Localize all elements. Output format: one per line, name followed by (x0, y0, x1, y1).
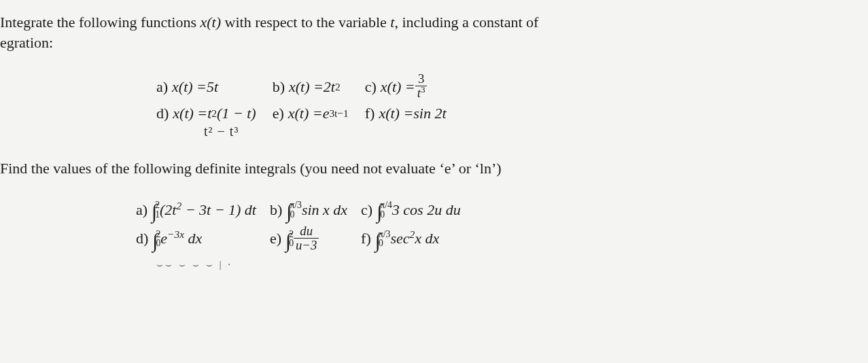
q1-a-label: a) (156, 78, 168, 96)
bottom-scribble: ⌣⌣ ⌣ ⌣ ⌣ | · (156, 258, 854, 271)
q1-intro-b: with respect to the variable (221, 14, 390, 31)
q1-c-label: c) (365, 78, 377, 96)
q2-item-e: e) ∫ 2 0 du u−3 (270, 225, 347, 252)
q2-d-body: e−3x dx (160, 230, 202, 247)
q2-e-frac: du u−3 (294, 224, 319, 252)
q1-item-f: f) x(t) = sin 2t (365, 105, 447, 122)
q1-d-tail: (1 − t) (217, 105, 256, 122)
q2-c-label: c) (361, 201, 372, 219)
q1-intro-fn: x(t) (200, 14, 221, 31)
q1-grid: a) x(t) = 5t b) x(t) = 2t2 c) x(t) = 3 t… (156, 73, 854, 122)
integral-icon: ∫ (375, 230, 381, 252)
q2-item-f: f) ∫ π/3 0 sec2x dx (361, 225, 461, 252)
q2-c-body: 3 cos 2u du (392, 201, 461, 219)
q1-b-label: b) (273, 78, 285, 96)
q1-item-d: d) x(t) = t2(1 − t) (156, 105, 256, 122)
q2-e-label: e) (270, 230, 281, 247)
q1-d-label: d) (156, 105, 169, 122)
q1-a-rhs: 5t (207, 78, 218, 96)
integral-icon: ∫ (285, 230, 291, 252)
q2-intro: Find the values of the following definit… (0, 158, 854, 179)
q1-item-e: e) x(t) = e3t−1 (273, 105, 349, 122)
q2-grid: a) ∫ 2 1 (2t2 − 3t − 1) dt b) ∫ π/3 0 si… (136, 198, 854, 252)
q1-b-base: 2t (324, 78, 335, 96)
q2-item-d: d) ∫ 2 0 e−3x dx (136, 225, 256, 252)
integral-icon: ∫ (152, 230, 158, 252)
q1-e-label: e) (273, 105, 284, 122)
q2-a-body: (2t2 − 3t − 1) dt (160, 201, 256, 219)
q1-intro: Integrate the following functions x(t) w… (0, 12, 854, 52)
q1-item-c: c) x(t) = 3 t3 (365, 73, 447, 100)
q1-f-rhs: sin 2t (413, 105, 446, 122)
q2-a-label: a) (136, 201, 147, 219)
q1-intro-a: Integrate the following functions (0, 14, 200, 31)
q1-e-lhs: x(t) = (288, 105, 323, 122)
q1-intro-d: egration: (0, 34, 53, 51)
q1-intro-c: , including a constant of (394, 14, 538, 31)
q1-c-den: t3 (415, 86, 428, 100)
q2-b-label: b) (270, 201, 282, 219)
problem-2: Find the values of the following definit… (0, 158, 854, 271)
q1-c-lhs: x(t) = (381, 78, 415, 96)
integral-icon: ∫ (377, 201, 382, 223)
q1-d-lhs: x(t) = (173, 105, 207, 122)
q2-item-a: a) ∫ 2 1 (2t2 − 3t − 1) dt (136, 198, 256, 221)
q1-c-frac: 3 t3 (415, 72, 428, 99)
q2-item-b: b) ∫ π/3 0 sin x dx (270, 198, 347, 221)
q2-b-body: sin x dx (302, 201, 347, 219)
q1-item-b: b) x(t) = 2t2 (273, 73, 349, 100)
q1-f-label: f) (365, 105, 375, 122)
q1-a-lhs: x(t) = (172, 78, 207, 96)
q1-e-base: e (323, 105, 330, 122)
q2-f-body: sec2x dx (390, 230, 439, 247)
q1-f-lhs: x(t) = (379, 105, 413, 122)
integral-icon: ∫ (286, 201, 292, 223)
q2-d-label: d) (136, 230, 148, 247)
integral-icon: ∫ (152, 201, 157, 223)
q1-item-a: a) x(t) = 5t (156, 73, 256, 100)
problem-1: Integrate the following functions x(t) w… (0, 12, 854, 139)
q1-b-lhs: x(t) = (289, 78, 324, 96)
q1-handwriting: t² − t³ (204, 124, 854, 139)
q2-item-c: c) ∫ π/4 0 3 cos 2u du (361, 198, 461, 221)
q2-f-label: f) (361, 230, 371, 247)
